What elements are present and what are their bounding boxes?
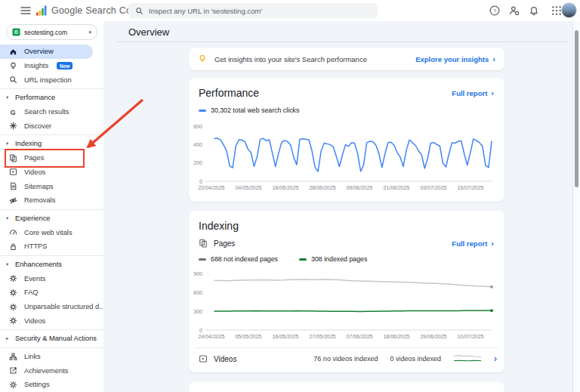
chevron-right-icon: ›: [492, 55, 495, 63]
account-settings-icon[interactable]: [509, 5, 520, 16]
sidebar-divider: [0, 209, 103, 210]
sidebar-item-discover[interactable]: Discover: [0, 119, 103, 133]
removals-icon: [9, 196, 17, 205]
structured-data-icon: [9, 316, 17, 325]
sidebar-item-videos[interactable]: Videos: [0, 313, 103, 328]
sidebar-item-overview[interactable]: Overview: [0, 45, 93, 59]
sidebar-item-videos[interactable]: Videos: [0, 165, 103, 180]
indexed-legend-dash: [299, 258, 307, 261]
search-console-logo-icon[interactable]: [36, 5, 47, 16]
lock-icon: [9, 242, 17, 251]
sidebar-section-performance[interactable]: ▾Performance: [0, 91, 103, 105]
help-icon[interactable]: ?: [489, 5, 500, 16]
clicks-legend-label: 30,302 total web search clicks: [211, 106, 299, 114]
indexing-card: Indexing Pages Full report › 688 not ind…: [189, 211, 504, 372]
svg-text:200: 200: [193, 160, 202, 165]
performance-chart: 020040060022/04/202504/05/202516/05/2025…: [192, 117, 501, 196]
not-indexed-legend-dash: [199, 258, 206, 261]
explore-insights-link[interactable]: Explore your insights ›: [415, 55, 495, 63]
svg-text:09/06/2025: 09/06/2025: [346, 185, 372, 190]
structured-data-icon: [9, 303, 17, 311]
sidebar-divider: [0, 88, 103, 89]
videos-not-indexed-stat: 76 no videos indexed: [313, 355, 378, 363]
achievements-icon: [9, 366, 17, 375]
svg-text:G: G: [11, 108, 16, 116]
page-divider: [117, 42, 568, 42]
indexing-title: Indexing: [199, 220, 239, 232]
sidebar-section-enhancements[interactable]: ▾Enhancements: [0, 258, 103, 272]
scrollbar-track[interactable]: [572, 21, 580, 392]
lightbulb-icon: [9, 62, 17, 70]
svg-text:27/05/2025: 27/05/2025: [309, 334, 335, 339]
videos-sparkline: [453, 353, 482, 365]
indexed-legend-label: 308 indexed pages: [311, 255, 367, 263]
indexing-chart: 030060090024/04/202505/05/202516/05/2025…: [192, 266, 501, 344]
chevron-down-icon: ▾: [6, 140, 11, 147]
sidebar-item-faq[interactable]: FAQ: [0, 286, 103, 300]
sidebar-item-sitemaps[interactable]: Sitemaps: [0, 179, 103, 193]
pages-icon: [9, 154, 17, 162]
chevron-right-icon: ›: [491, 239, 494, 248]
svg-text:24/04/2025: 24/04/2025: [198, 334, 224, 339]
sidebar-item-insights[interactable]: InsightsNew: [0, 59, 103, 73]
videos-indexed-stat: 0 videos indexed: [390, 355, 441, 363]
sidebar-item-core-web-vitals[interactable]: Core web vitals: [0, 225, 103, 239]
sidebar-item-https[interactable]: HTTPS: [0, 239, 103, 254]
sidebar-item-url-inspection[interactable]: URL inspection: [0, 73, 103, 87]
links-icon: [9, 353, 17, 361]
settings-gear-icon: [9, 381, 17, 389]
svg-text:600: 600: [193, 124, 202, 129]
pages-icon: [199, 239, 208, 248]
svg-text:05/05/2025: 05/05/2025: [235, 334, 261, 339]
svg-text:15/07/2025: 15/07/2025: [457, 185, 483, 190]
sidebar-item-unparsable-structured-d[interactable]: Unparsable structured d...: [0, 300, 103, 314]
svg-text:16/05/2025: 16/05/2025: [272, 334, 298, 339]
svg-text:?: ?: [493, 8, 496, 14]
svg-text:03/07/2025: 03/07/2025: [420, 185, 446, 190]
property-selector[interactable]: seotesting.com ▾: [6, 24, 97, 40]
chevron-down-icon: ▾: [6, 94, 11, 100]
notifications-bell-icon[interactable]: [529, 5, 539, 16]
lightbulb-icon: [198, 54, 207, 63]
indexing-videos-row[interactable]: Videos 76 no videos indexed 0 videos ind…: [189, 348, 504, 369]
google-apps-grid-icon[interactable]: [551, 5, 562, 16]
performance-title: Performance: [199, 87, 259, 99]
video-icon: [199, 354, 208, 363]
chevron-right-icon[interactable]: ›: [494, 353, 497, 364]
sidebar-divider: [0, 255, 103, 256]
property-icon: [12, 28, 20, 36]
topbar: Google Search Console Inspect any URL in…: [0, 0, 580, 21]
svg-text:21/06/2025: 21/06/2025: [383, 185, 409, 190]
sidebar-item-pages[interactable]: Pages: [0, 151, 103, 165]
chevron-right-icon: ▸: [6, 335, 11, 341]
main-content: Overview Get insights into your site's S…: [103, 21, 580, 392]
property-label: seotesting.com: [24, 29, 67, 36]
sidebar-section-experience[interactable]: ▾Experience: [0, 211, 103, 226]
indexing-full-report-link[interactable]: Full report ›: [452, 239, 494, 248]
sidebar-section-indexing[interactable]: ▾Indexing: [0, 137, 103, 151]
scrollbar-thumb[interactable]: [575, 30, 578, 187]
svg-text:0: 0: [199, 328, 202, 333]
sidebar-item-links[interactable]: Links: [0, 350, 103, 364]
new-badge: New: [57, 62, 72, 69]
sidebar-item-search-results[interactable]: GSearch results: [0, 105, 103, 119]
sidebar-item-removals[interactable]: Removals: [0, 193, 103, 208]
avatar[interactable]: [561, 2, 577, 18]
svg-text:22/04/2025: 22/04/2025: [198, 185, 224, 190]
svg-text:300: 300: [193, 309, 202, 314]
sidebar-item-settings[interactable]: Settings: [0, 378, 103, 392]
google-search-console-app: Google Search Console Inspect any URL in…: [0, 0, 580, 392]
sidebar-divider: [0, 134, 103, 135]
not-indexed-legend-label: 688 not indexed pages: [211, 255, 278, 263]
discover-icon: [9, 122, 17, 130]
sidebar-item-events[interactable]: Events: [0, 271, 103, 286]
svg-text:0: 0: [199, 179, 202, 184]
svg-text:04/05/2025: 04/05/2025: [235, 185, 261, 190]
experience-card-partial: Experience: [189, 381, 504, 392]
sidebar-item-achievements[interactable]: Achievements: [0, 363, 103, 378]
svg-text:10/07/2025: 10/07/2025: [457, 334, 483, 339]
sidebar-section-security-manual-actions[interactable]: ▸Security & Manual Actions: [0, 332, 103, 346]
performance-full-report-link[interactable]: Full report ›: [452, 89, 494, 97]
hamburger-menu-icon[interactable]: [20, 6, 31, 15]
url-inspection-search-input[interactable]: Inspect any URL in 'seotesting.com': [128, 3, 378, 18]
